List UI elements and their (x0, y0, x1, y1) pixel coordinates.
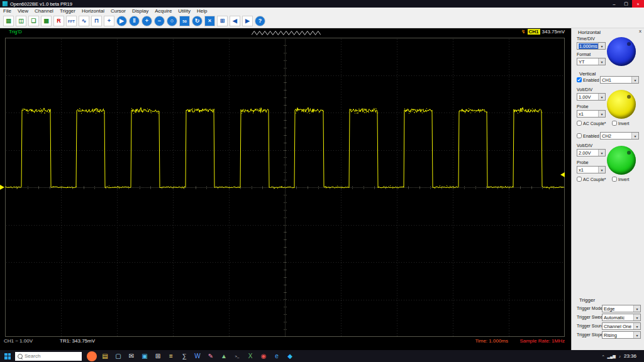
ch2-channel-select[interactable]: CH2 ▾ (600, 132, 639, 140)
maximize-button[interactable]: ▢ (620, 0, 632, 8)
store-icon[interactable]: ⊞ (153, 351, 163, 361)
trigger-sweep-select[interactable]: Automatic ▾ (602, 314, 641, 321)
menu-item[interactable]: Channel (31, 8, 57, 14)
chrome-icon[interactable]: ◉ (258, 351, 269, 361)
help-button[interactable]: ? (255, 16, 265, 26)
refresh-button[interactable]: ↻ (192, 16, 203, 26)
ch2-enabled-checkbox[interactable]: Enabled (577, 133, 599, 138)
menu-item[interactable]: Display (129, 8, 152, 14)
ch1-badge: CH1 (528, 29, 540, 35)
start-button[interactable] (0, 350, 15, 362)
chevron-down-icon: ▾ (633, 323, 640, 329)
terminal-icon[interactable]: >_ (232, 351, 242, 361)
taskbar-search[interactable] (15, 352, 82, 361)
record-button[interactable]: R (53, 16, 64, 26)
ch2-probe-select[interactable]: x1 ▾ (577, 166, 606, 173)
edge-icon[interactable]: e (272, 351, 282, 361)
ch2-invert-checkbox[interactable]: Invert (612, 177, 630, 182)
prev-frame-button[interactable]: ◀ (230, 16, 240, 26)
sample-rate-readout: Sample Rate: 1MHz (519, 338, 565, 344)
taskbar-apps: ▤▢✉▣⊞≡∑W✎▲>_X◉e◆ (87, 351, 295, 361)
ch2-vertical-knob[interactable] (607, 146, 636, 175)
sine-wave-button[interactable]: ∿ (79, 16, 89, 26)
ch1-vertical-knob[interactable] (607, 90, 636, 119)
notes-icon[interactable]: ≡ (166, 351, 176, 361)
trigger-slope-select[interactable]: Rising ▾ (602, 331, 641, 339)
chevron-down-icon: ▾ (633, 332, 640, 338)
photos-icon[interactable]: ▣ (140, 351, 150, 361)
word-icon[interactable]: W (192, 351, 203, 361)
next-frame-button[interactable]: ▶ (242, 16, 253, 26)
volume-icon[interactable]: ♪ (619, 354, 621, 358)
ch1-ground-marker[interactable] (0, 185, 4, 190)
close-button[interactable]: × (632, 0, 644, 8)
search-input[interactable] (25, 353, 69, 359)
ch2-volt-div-select[interactable]: 2.00V ▾ (577, 149, 606, 156)
search-icon (18, 354, 23, 359)
ch1-enabled-checkbox[interactable]: Enabled (577, 77, 599, 82)
minimize-button[interactable]: – (608, 0, 620, 8)
export-button[interactable]: ❏ (28, 16, 39, 26)
time-readout: Time: 1.000ms (475, 338, 508, 344)
ch1-ac-couple-checkbox[interactable]: AC Couple* (577, 121, 606, 126)
menu-item[interactable]: Horizontal (79, 8, 108, 14)
menu-item[interactable]: File (0, 8, 14, 14)
panel-close-button[interactable]: x (639, 28, 641, 34)
menu-item[interactable]: View (14, 8, 31, 14)
channel-info: ↯ CH1 343.75mV (521, 29, 565, 35)
chevron-down-icon: ▾ (598, 58, 605, 65)
trigger-mode-select[interactable]: Edge ▾ (602, 305, 641, 312)
tray-chevron-icon[interactable]: ^ (602, 354, 604, 358)
close-channel-button[interactable]: × (204, 16, 215, 26)
ch1-volt-div-select[interactable]: 1.00V ▾ (577, 93, 606, 101)
magnifier-button[interactable]: ○ (167, 16, 177, 26)
menu-item[interactable]: Acquire (152, 8, 175, 14)
format-select[interactable]: YT ▾ (577, 58, 606, 65)
menu-item[interactable]: Cursor (108, 8, 129, 14)
cursor-button[interactable]: + (104, 16, 114, 26)
save-button[interactable]: ◫ (16, 16, 26, 26)
chevron-down-icon: ▾ (598, 150, 605, 156)
clock[interactable]: 23:36 (624, 353, 636, 359)
file-explorer-icon[interactable]: ▤ (100, 351, 110, 361)
trigger-source-select[interactable]: Channel One ▾ (602, 322, 641, 330)
ch1-channel-select[interactable]: CH1 ▾ (600, 76, 639, 84)
run-button[interactable]: ▶ (116, 16, 127, 26)
mail-icon[interactable]: ✉ (126, 351, 136, 361)
menu-item[interactable]: Utility (175, 8, 194, 14)
data-table-button[interactable]: ⊞ (217, 16, 228, 26)
display-grid-button[interactable]: ▦ (41, 16, 52, 26)
record-preview-canvas (252, 30, 321, 36)
time-div-select[interactable]: 1.000ms ▾ (577, 42, 606, 50)
ch1-probe-select[interactable]: x1 ▾ (577, 110, 606, 118)
firefox-icon[interactable] (87, 351, 97, 361)
code-icon[interactable]: ◆ (285, 351, 295, 361)
trigger-mode-label: Trigger Mode (577, 306, 602, 310)
paint-icon[interactable]: ✎ (206, 351, 216, 361)
time-div-label: Time/DIV (577, 36, 595, 41)
vertical-section-title: Vertical (579, 71, 596, 77)
zoom-in-button[interactable]: + (142, 16, 152, 26)
pause-button[interactable]: ‖ (129, 16, 140, 26)
square-wave-button[interactable]: ⊓ (91, 16, 102, 26)
ch2-volt-div-label: Volt/DIV (577, 143, 592, 148)
zoom-out-button[interactable]: − (154, 16, 165, 26)
display-icon[interactable]: ▢ (113, 351, 123, 361)
excel-icon[interactable]: X (245, 351, 255, 361)
horizontal-knob[interactable] (607, 37, 636, 66)
ch2-ac-couple-checkbox[interactable]: AC Couple* (577, 177, 606, 182)
ch1-invert-checkbox[interactable]: Invert (612, 121, 630, 126)
open-file-button[interactable]: ▤ (3, 16, 14, 26)
taskbar: ▤▢✉▣⊞≡∑W✎▲>_X◉e◆ ^ ▂▄▆ ♪ 23:36 (0, 350, 644, 362)
fft-button[interactable]: FFT (66, 16, 77, 26)
trigger-readout: TR1: 343.75mV (60, 338, 95, 344)
network-icon[interactable]: ▂▄▆ (607, 354, 615, 358)
menu-item[interactable]: Help (194, 8, 210, 14)
scope-canvas (5, 38, 565, 337)
fifty-percent-button[interactable]: 50 (179, 16, 190, 26)
trigger-level-marker[interactable] (560, 172, 565, 177)
shield-icon[interactable]: ▲ (219, 351, 229, 361)
calculator-icon[interactable]: ∑ (179, 351, 189, 361)
menu-item[interactable]: Trigger (57, 8, 79, 14)
ch1-volt-div-label: Volt/DIV (577, 87, 592, 92)
